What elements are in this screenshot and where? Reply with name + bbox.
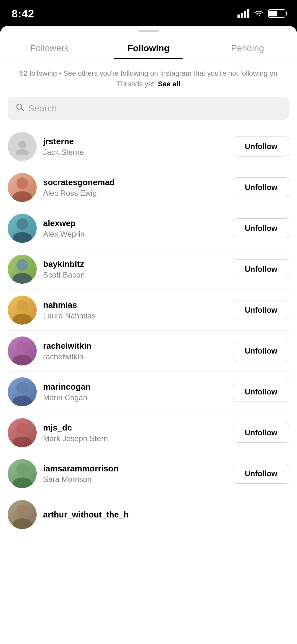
avatar (8, 377, 37, 406)
fullname: Sara Morrison (43, 475, 227, 484)
sheet-handle (0, 26, 297, 35)
signal-icon (237, 9, 249, 18)
username: nahmias (43, 300, 227, 310)
username: arthur_without_the_h (43, 510, 283, 520)
tab-followers[interactable]: Followers (0, 37, 99, 59)
svg-point-21 (16, 505, 28, 516)
user-info: nahmias Laura Nahmias (37, 300, 233, 320)
unfollow-button[interactable]: Unfollow (233, 218, 289, 238)
svg-point-12 (13, 314, 32, 325)
table-row: arthur_without_the_h (8, 494, 289, 535)
table-row: marincogan Marin Cogan Unfollow (8, 372, 289, 412)
unfollow-button[interactable]: Unfollow (233, 177, 289, 197)
unfollow-button[interactable]: Unfollow (233, 341, 289, 361)
svg-point-18 (13, 437, 32, 447)
table-row: baykinbitz Scott Bacon Unfollow (8, 249, 289, 290)
search-icon (15, 103, 24, 114)
table-row: alexwep Alex Weprin Unfollow (8, 208, 289, 249)
see-all-link[interactable]: See all (158, 80, 181, 88)
fullname: Alex Weprin (43, 230, 227, 239)
avatar (8, 296, 37, 325)
avatar (8, 214, 37, 243)
user-info: rachelwitkin rachelwitkin (37, 341, 233, 361)
username: jrsterne (43, 137, 227, 147)
wifi-icon (253, 9, 264, 18)
handle-bar (138, 30, 159, 32)
svg-point-15 (16, 382, 28, 393)
username: iamsarammorrison (43, 464, 227, 474)
fullname: Laura Nahmias (43, 311, 227, 320)
avatar-placeholder (8, 132, 37, 161)
avatar (8, 255, 37, 284)
tabs: Followers Following Pending (0, 37, 297, 59)
fullname: rachelwitkin (43, 352, 227, 361)
avatar (8, 132, 37, 161)
username: socratesgonemad (43, 177, 227, 187)
following-count-text: 52 following • See others you're followi… (20, 69, 277, 88)
table-row: mjs_dc Mark Joseph Stern Unfollow (8, 412, 289, 453)
following-info: 52 following • See others you're followi… (0, 59, 297, 97)
user-info: iamsarammorrison Sara Morrison (37, 464, 233, 484)
unfollow-button[interactable]: Unfollow (233, 300, 289, 320)
svg-point-17 (16, 423, 28, 434)
svg-point-3 (16, 149, 29, 155)
svg-point-14 (13, 355, 32, 365)
user-info: arthur_without_the_h (37, 510, 289, 520)
svg-point-11 (16, 300, 28, 312)
svg-point-13 (16, 341, 28, 353)
unfollow-button[interactable]: Unfollow (233, 423, 289, 443)
fullname: Marin Cogan (43, 393, 227, 402)
fullname: Scott Bacon (43, 270, 227, 279)
svg-point-5 (13, 191, 32, 202)
fullname: Jack Sterne (43, 148, 227, 157)
svg-point-20 (13, 478, 32, 488)
tab-pending[interactable]: Pending (198, 37, 297, 59)
unfollow-button[interactable]: Unfollow (233, 259, 289, 279)
table-row: jrsterne Jack Sterne Unfollow (8, 126, 289, 167)
user-info: alexwep Alex Weprin (37, 218, 233, 239)
avatar (8, 336, 37, 365)
table-row: nahmias Laura Nahmias Unfollow (8, 290, 289, 331)
svg-point-2 (18, 141, 26, 148)
svg-point-7 (16, 218, 28, 230)
svg-point-16 (13, 396, 32, 406)
username: mjs_dc (43, 423, 227, 433)
avatar (8, 500, 37, 529)
username: rachelwitkin (43, 341, 227, 351)
avatar (8, 173, 37, 202)
status-icons (237, 9, 285, 18)
svg-point-22 (13, 518, 32, 529)
svg-line-1 (22, 109, 24, 111)
avatar (8, 459, 37, 488)
username: marincogan (43, 382, 227, 392)
status-bar: 8:42 (0, 0, 297, 26)
fullname: Alec Ross Ewig (43, 189, 227, 198)
search-placeholder: Search (28, 103, 57, 114)
user-info: jrsterne Jack Sterne (37, 137, 233, 157)
username: baykinbitz (43, 259, 227, 269)
svg-point-0 (17, 104, 22, 109)
tab-following[interactable]: Following (99, 37, 198, 59)
username: alexwep (43, 218, 227, 228)
search-bar[interactable]: Search (8, 97, 289, 120)
user-list: jrsterne Jack Sterne Unfollow socratesgo… (0, 126, 297, 535)
svg-point-19 (16, 464, 28, 475)
table-row: rachelwitkin rachelwitkin Unfollow (8, 331, 289, 372)
svg-point-10 (13, 273, 32, 284)
svg-point-4 (16, 177, 28, 189)
user-info: baykinbitz Scott Bacon (37, 259, 233, 279)
search-container: Search (0, 97, 297, 126)
avatar (8, 418, 37, 447)
unfollow-button[interactable]: Unfollow (233, 464, 289, 484)
battery-icon (268, 9, 285, 18)
user-info: marincogan Marin Cogan (37, 382, 233, 402)
status-time: 8:42 (12, 7, 34, 20)
unfollow-button[interactable]: Unfollow (233, 137, 289, 156)
main-sheet: Followers Following Pending 52 following… (0, 26, 297, 644)
unfollow-button[interactable]: Unfollow (233, 382, 289, 402)
svg-point-9 (16, 259, 28, 271)
table-row: socratesgonemad Alec Ross Ewig Unfollow (8, 167, 289, 208)
user-info: mjs_dc Mark Joseph Stern (37, 423, 233, 443)
table-row: iamsarammorrison Sara Morrison Unfollow (8, 453, 289, 494)
svg-point-8 (13, 232, 32, 243)
